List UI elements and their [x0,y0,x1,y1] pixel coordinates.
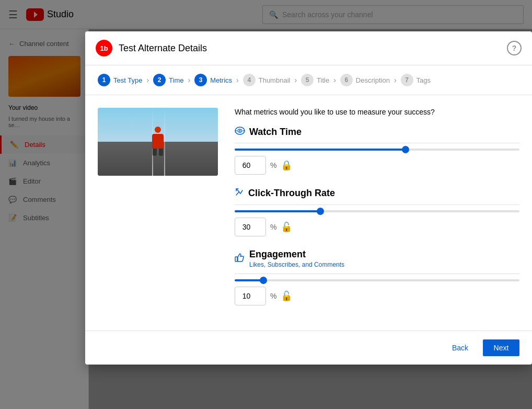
watch-time-slider-track [235,149,519,151]
back-button[interactable]: Back [444,339,477,356]
engagement-label-group: Engagement Likes, Subscribes, and Commen… [249,249,344,268]
step-1-label: Test Type [113,76,142,84]
step-7-label: Tags [417,76,431,84]
ctr-label: Click-Through Rate [248,188,335,199]
help-button[interactable]: ? [507,41,522,55]
step-arrow-1: › [146,76,149,84]
modal-header: 1b Test Alternate Details ? [85,31,532,65]
metrics-section: What metrics would you like to use to me… [235,108,519,318]
engagement-sublabel: Likes, Subscribes, and Comments [249,261,344,268]
modal-logo: 1b [96,40,112,56]
watch-time-percent: % [270,161,276,169]
ctr-percent: % [270,223,276,231]
slider-bg-engagement [235,279,519,281]
click-through-rate-metric: Click-Through Rate % 🔓 [235,187,519,236]
step-arrow-6: › [394,76,397,84]
engagement-header: Engagement Likes, Subscribes, and Commen… [235,249,519,268]
watch-time-slider-row [235,149,519,151]
next-button[interactable]: Next [483,339,519,356]
step-arrow-3: › [236,76,239,84]
engagement-percent: % [270,292,276,300]
ctr-input-row: % 🔓 [235,218,519,236]
engagement-slider-row [235,279,519,281]
modal-body: What metrics would you like to use to me… [85,95,532,331]
step-arrow-4: › [294,76,297,84]
ctr-slider-row [235,210,519,212]
watch-time-metric: Watch Time % 🔒 [235,127,519,175]
image-inner [98,108,218,176]
step-arrow-5: › [333,76,336,84]
step-4[interactable]: 4 Thumbnail [243,74,291,86]
step-7[interactable]: 7 Tags [401,74,431,86]
step-2-label: Time [169,76,183,84]
engagement-input-row: % 🔓 [235,287,519,305]
step-5[interactable]: 5 Title [301,74,329,86]
step-5-circle: 5 [301,74,314,86]
stepper: 1 Test Type › 2 Time › 3 Metrics › 4 Thu… [85,65,532,95]
step-3-label: Metrics [210,76,232,84]
watch-time-header: Watch Time [235,127,519,138]
step-6[interactable]: 6 Description [340,74,390,86]
step-arrow-2: › [188,76,190,84]
engagement-divider [235,274,519,274]
watch-time-divider [235,143,519,143]
engagement-label: Engagement [249,249,344,260]
watch-time-label: Watch Time [249,127,302,138]
ctr-input[interactable] [235,218,266,236]
watch-time-input-row: % 🔒 [235,156,519,175]
step-1-circle: 1 [98,74,110,86]
step-5-label: Title [317,76,329,84]
help-icon: ? [512,44,517,52]
svg-point-3 [239,130,241,132]
step-6-circle: 6 [340,74,353,86]
watch-time-input[interactable] [235,156,266,175]
engagement-input[interactable] [235,287,266,305]
ctr-header: Click-Through Rate [235,187,519,199]
step-7-circle: 7 [401,74,413,86]
engagement-slider-track [235,279,519,281]
watch-time-lock-icon[interactable]: 🔒 [281,160,292,171]
engagement-metric: Engagement Likes, Subscribes, and Commen… [235,249,519,305]
svg-rect-6 [235,257,237,262]
step-1[interactable]: 1 Test Type [98,74,142,86]
modal-logo-text: 1b [100,44,108,52]
step-3[interactable]: 3 Metrics [194,74,232,86]
ctr-slider-track [235,210,519,212]
step-4-circle: 4 [243,74,256,86]
step-3-circle: 3 [194,74,207,86]
step-2[interactable]: 2 Time [153,74,183,86]
video-preview-image [98,108,218,176]
step-2-circle: 2 [153,74,166,86]
metrics-question: What metrics would you like to use to me… [235,108,519,116]
ctr-lock-icon[interactable]: 🔓 [281,221,292,233]
ctr-divider [235,204,519,205]
engagement-icon [235,253,245,265]
step-6-label: Description [356,76,390,84]
modal-title: Test Alternate Details [119,43,207,54]
test-alternate-modal: 1b Test Alternate Details ? 1 Test Type … [85,31,532,365]
watch-time-icon [235,127,245,138]
engagement-lock-icon[interactable]: 🔓 [281,290,292,302]
modal-footer: Back Next [85,331,532,365]
step-4-label: Thumbnail [259,76,291,84]
ctr-icon [235,187,244,199]
person-figure [150,127,166,155]
